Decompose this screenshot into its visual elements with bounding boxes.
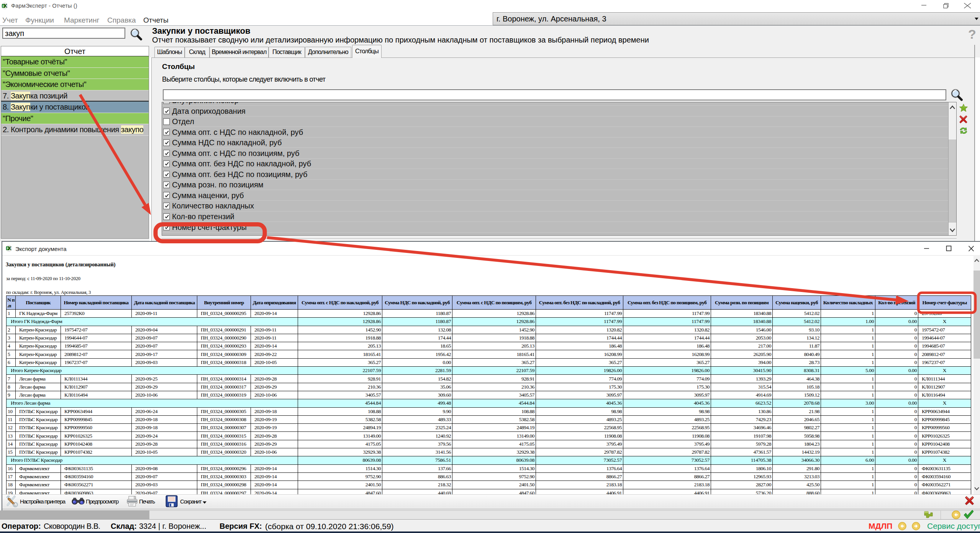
svg-text:X: X	[3, 3, 7, 9]
svg-text:X: X	[8, 245, 11, 251]
